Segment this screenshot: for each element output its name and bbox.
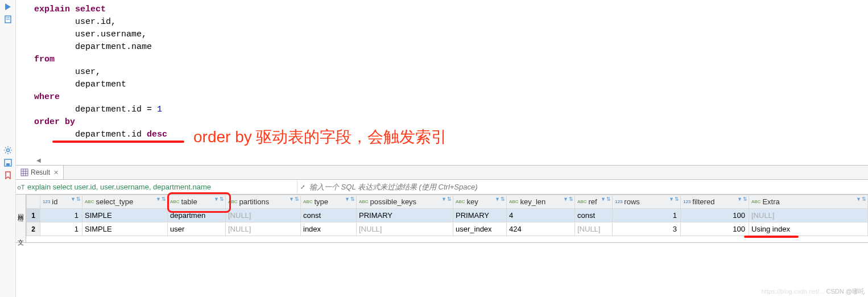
code-line: user.id, bbox=[34, 16, 868, 28]
text-type-icon: ABC bbox=[228, 199, 237, 204]
column-label: partitions bbox=[239, 197, 269, 206]
column-header-id[interactable]: 123id▼⇅ bbox=[40, 195, 82, 209]
cell-filtered[interactable]: 100 bbox=[681, 222, 749, 236]
cell-id[interactable]: 1 bbox=[40, 209, 82, 222]
cell-key[interactable]: PRIMARY bbox=[453, 209, 507, 222]
editor-left-gutter bbox=[0, 0, 16, 297]
grid-icon bbox=[20, 168, 28, 176]
column-label: id bbox=[52, 197, 57, 206]
filter-icon[interactable]: ▼ bbox=[737, 196, 742, 202]
cell-Extra[interactable]: Using index bbox=[749, 222, 868, 236]
filter-icon[interactable]: ▼ bbox=[856, 196, 861, 202]
cell-partitions[interactable]: [NULL] bbox=[226, 222, 301, 236]
side-tab-text[interactable]: 文 bbox=[16, 226, 26, 242]
cell-select_type[interactable]: SIMPLE bbox=[82, 222, 168, 236]
cell-filtered[interactable]: 100 bbox=[681, 209, 749, 222]
cell-key_len[interactable]: 4 bbox=[507, 209, 575, 222]
bookmark-icon[interactable] bbox=[3, 171, 13, 180]
filter-icon[interactable]: ▼ bbox=[214, 196, 219, 202]
cell-select_type[interactable]: SIMPLE bbox=[82, 209, 168, 222]
code-line: department bbox=[34, 79, 868, 91]
sort-icon[interactable]: ⇅ bbox=[501, 196, 505, 202]
sort-icon[interactable]: ⇅ bbox=[76, 196, 81, 202]
filter-icon[interactable]: ▼ bbox=[601, 196, 606, 202]
filter-icon[interactable]: ▼ bbox=[495, 196, 500, 202]
tab-result[interactable]: Result ✕ bbox=[16, 166, 64, 179]
column-header-Extra[interactable]: ABCExtra▼⇅ bbox=[749, 195, 868, 209]
column-header-table[interactable]: ABCtable▼⇅ bbox=[168, 195, 226, 209]
sql-editor[interactable]: explain select user.id, user.username, d… bbox=[16, 0, 868, 141]
cell-key[interactable]: user_index bbox=[453, 222, 507, 236]
text-type-icon: ABC bbox=[359, 199, 368, 204]
sort-icon[interactable]: ⇅ bbox=[295, 196, 299, 202]
horizontal-scrollbar[interactable]: ◀ bbox=[16, 155, 868, 165]
filter-icon[interactable]: ▼ bbox=[669, 196, 674, 202]
cell-possible_keys[interactable]: PRIMARY bbox=[357, 209, 453, 222]
text-type-icon: ABC bbox=[303, 199, 312, 204]
sort-icon[interactable]: ⇅ bbox=[220, 196, 224, 202]
filter-icon[interactable]: ▼ bbox=[441, 196, 447, 202]
cell-table[interactable]: departmen bbox=[168, 209, 226, 222]
cell-id[interactable]: 1 bbox=[40, 222, 82, 236]
save-icon[interactable] bbox=[3, 158, 13, 167]
filter-icon[interactable]: ▼ bbox=[71, 196, 76, 202]
code-line: user.username, bbox=[34, 28, 868, 41]
sort-icon[interactable]: ⇅ bbox=[606, 196, 611, 202]
sort-icon[interactable]: ⇅ bbox=[743, 196, 747, 202]
close-icon[interactable]: ✕ bbox=[53, 169, 59, 176]
filter-icon[interactable]: ▼ bbox=[289, 196, 294, 202]
column-header-filtered[interactable]: 123filtered▼⇅ bbox=[681, 195, 749, 209]
sort-icon[interactable]: ⇅ bbox=[569, 196, 573, 202]
column-label: filtered bbox=[692, 197, 714, 206]
text-type-icon: ABC bbox=[170, 199, 179, 204]
column-header-select_type[interactable]: ABCselect_type▼⇅ bbox=[82, 195, 168, 209]
svg-point-4 bbox=[6, 149, 9, 152]
sort-icon[interactable]: ⇅ bbox=[350, 196, 355, 202]
code-line: user, bbox=[34, 66, 868, 79]
doc-icon[interactable] bbox=[3, 15, 13, 24]
filter-icon[interactable]: ▼ bbox=[156, 196, 161, 202]
sort-icon[interactable]: ⇅ bbox=[447, 196, 452, 202]
column-header-possible_keys[interactable]: ABCpossible_keys▼⇅ bbox=[357, 195, 453, 209]
settings-icon[interactable] bbox=[3, 146, 13, 155]
sql-tag-icon: оT bbox=[16, 184, 26, 191]
text-type-icon: ABC bbox=[456, 199, 465, 204]
column-header-key[interactable]: ABCkey▼⇅ bbox=[453, 195, 507, 209]
cell-type[interactable]: const bbox=[301, 209, 357, 222]
column-header-key_len[interactable]: ABCkey_len▼⇅ bbox=[507, 195, 575, 209]
run-icon[interactable] bbox=[3, 2, 13, 11]
filter-input[interactable] bbox=[307, 180, 868, 194]
cell-rows[interactable]: 1 bbox=[613, 209, 681, 222]
sort-icon[interactable]: ⇅ bbox=[675, 196, 679, 202]
sql-summary[interactable]: explain select user.id, user.username, d… bbox=[26, 183, 297, 191]
cell-type[interactable]: index bbox=[301, 222, 357, 236]
sort-icon[interactable]: ⇅ bbox=[162, 196, 166, 202]
column-header-type[interactable]: ABCtype▼⇅ bbox=[301, 195, 357, 209]
column-header-rows[interactable]: 123rows▼⇅ bbox=[613, 195, 681, 209]
sort-icon[interactable]: ⇅ bbox=[862, 196, 866, 202]
number-type-icon: 123 bbox=[683, 199, 691, 204]
row-number[interactable]: 1 bbox=[27, 209, 40, 222]
table-row[interactable]: 21SIMPLEuser[NULL]index[NULL]user_index4… bbox=[27, 222, 868, 236]
cell-ref[interactable]: [NULL] bbox=[575, 222, 613, 236]
table-row[interactable]: 11SIMPLEdepartmen[NULL]constPRIMARYPRIMA… bbox=[27, 209, 868, 222]
filter-icon[interactable]: ▼ bbox=[563, 196, 568, 202]
column-header-partitions[interactable]: ABCpartitions▼⇅ bbox=[226, 195, 301, 209]
cell-rows[interactable]: 3 bbox=[613, 222, 681, 236]
cell-Extra[interactable]: [NULL] bbox=[749, 209, 868, 222]
row-number[interactable]: 2 bbox=[27, 222, 40, 236]
result-grid[interactable]: 123id▼⇅ABCselect_type▼⇅ABCtable▼⇅ABCpart… bbox=[26, 195, 868, 242]
side-tab-grid[interactable]: 网格 bbox=[16, 195, 26, 226]
cell-possible_keys[interactable]: [NULL] bbox=[357, 222, 453, 236]
cell-partitions[interactable]: [NULL] bbox=[226, 209, 301, 222]
code-line: department.id = 1 bbox=[34, 104, 868, 116]
filter-icon[interactable]: ▼ bbox=[345, 196, 350, 202]
expand-icon[interactable]: ⤢ bbox=[297, 180, 307, 194]
cell-ref[interactable]: const bbox=[575, 209, 613, 222]
column-label: table bbox=[181, 197, 197, 206]
column-header-ref[interactable]: ABCref▼⇅ bbox=[575, 195, 613, 209]
scroll-left-icon[interactable]: ◀ bbox=[34, 157, 43, 163]
column-label: type bbox=[314, 197, 328, 206]
cell-table[interactable]: user bbox=[168, 222, 226, 236]
cell-key_len[interactable]: 424 bbox=[507, 222, 575, 236]
